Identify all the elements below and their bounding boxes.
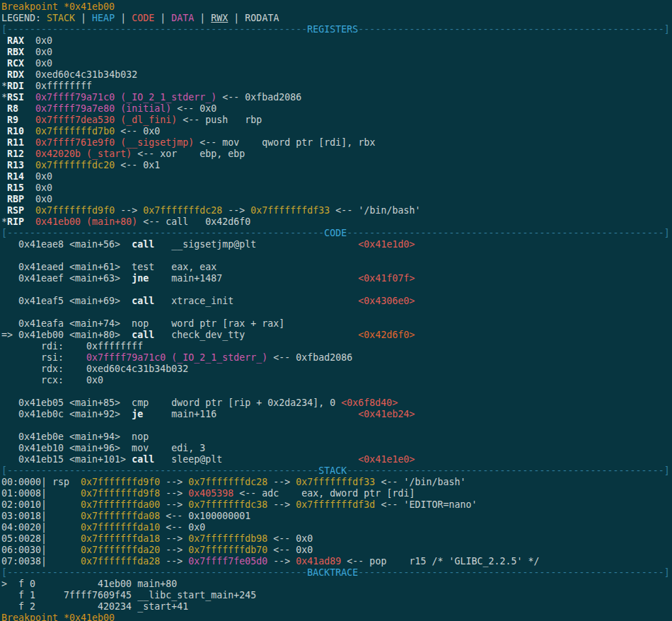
text-segment: 0x0: [24, 58, 52, 69]
text-segment: main+116: [143, 409, 358, 419]
text-segment: [1, 137, 7, 148]
text-segment: REGISTERS: [307, 24, 358, 35]
text-segment: <-- 0x0: [160, 522, 205, 533]
text-segment: RODATA: [245, 13, 279, 23]
section-divider-stack: [---------------------------------------…: [1, 465, 672, 477]
text-segment: je: [132, 409, 143, 419]
text-segment: 0x7fffffffda18: [81, 533, 160, 544]
text-segment: sleep@plt: [154, 454, 358, 465]
text-segment: RSP: [7, 205, 24, 216]
text-segment: [24, 216, 35, 227]
text-segment: -->: [160, 477, 188, 487]
text-segment: RSI: [7, 92, 24, 103]
stack-row-05: 05:0028| 0x7fffffffda18 --> 0x7fffffffdb…: [1, 533, 672, 545]
text-segment: -->: [267, 499, 296, 510]
text-segment: [1, 58, 7, 69]
text-segment: |: [115, 13, 132, 23]
text-segment: 0x41eae8 <main+56>: [1, 239, 132, 250]
register-row-r13: R13 0x7fffffffdc20 <-- 0x1: [1, 160, 672, 171]
text-segment: <0x41eb24>: [358, 409, 415, 419]
text-segment: CODE: [132, 13, 154, 23]
text-segment: main+1487: [149, 273, 358, 284]
text-segment: <0x41f07f>: [358, 273, 415, 284]
breakpoint-status-line: Breakpoint *0x41eb00: [1, 1, 672, 13]
text-segment: rsi:: [1, 352, 86, 363]
register-row-r8: R8 0x7ffff79a7e80 (initial) <-- 0x0: [1, 103, 672, 115]
stack-row-07: 07:0038| 0x7fffffffda28 --> 0x7ffff7fe05…: [1, 556, 672, 567]
text-segment: 0x7fffffffdf3d: [296, 499, 375, 510]
text-segment: DATA: [171, 13, 194, 23]
section-divider-code: [---------------------------------------…: [1, 228, 672, 239]
register-row-rcx: RCX 0x0: [1, 58, 672, 69]
text-segment: HEAP: [92, 13, 115, 23]
text-segment: RBX: [7, 47, 24, 57]
text-segment: <-- 0x0: [115, 126, 160, 137]
text-segment: f 2 420234 _start+41: [1, 601, 188, 612]
register-row-rbp: RBP 0x0: [1, 194, 672, 205]
text-segment: <0x42d6f0>: [358, 330, 415, 340]
gdb-pwndbg-terminal[interactable]: Breakpoint *0x41eb00LEGEND: STACK | HEAP…: [0, 0, 672, 621]
text-segment: 07:0038|: [1, 556, 81, 567]
text-segment: <-- pop r15 /* 'GLIBC_2.2.5' */: [341, 556, 539, 567]
text-segment: 0x7fffffffda08: [81, 511, 160, 521]
text-segment: 0x7fffffffdc28: [188, 477, 267, 487]
text-segment: -->: [160, 488, 188, 499]
section-divider-registers: [---------------------------------------…: [1, 24, 672, 35]
text-segment: <0x6f8d40>: [341, 397, 398, 408]
text-segment: <-- 0x0: [267, 545, 313, 555]
call-arg-row-rdi: rdi: 0xffffffff: [1, 341, 672, 352]
text-segment: 0xed60c4c31b34b032: [24, 69, 137, 80]
text-segment: <-- mov qword ptr [rdi], rbx: [194, 137, 375, 148]
text-segment: 02:0010|: [1, 499, 81, 510]
text-segment: <-- adc eax, dword ptr [rdi]: [233, 488, 415, 499]
text-segment: 0x7fffffffda10: [81, 522, 160, 533]
text-segment: 0x0: [24, 171, 52, 182]
text-segment: [1, 160, 7, 170]
text-segment: 0x7fffffffdf33: [250, 205, 330, 216]
disasm-row-main-101: 0x41eb15 <main+101> call sleep@plt <0x41…: [1, 454, 672, 465]
text-segment: 0x42020b (_start): [35, 149, 132, 159]
text-segment: call: [132, 454, 154, 465]
text-segment: 0x41eb0c <main+92>: [1, 409, 132, 419]
text-segment: R13: [7, 160, 24, 170]
text-segment: 0x41eb10 <main+96> mov edi, 3: [1, 443, 205, 453]
text-segment: STACK: [47, 13, 75, 23]
text-segment: |: [154, 13, 171, 23]
text-segment: <-- 0x100000001: [160, 511, 250, 521]
text-segment: 00:0000| rsp: [1, 477, 81, 487]
call-arg-row-rcx: rcx: 0x0: [1, 375, 672, 386]
text-segment: -->: [267, 477, 296, 487]
register-row-r11: R11 0x7ffff761e9f0 (__sigsetjmp) <-- mov…: [1, 137, 672, 149]
text-segment: R9: [7, 115, 18, 125]
text-segment: [1, 69, 7, 80]
text-segment: <-- push rbp: [177, 115, 262, 125]
text-segment: -->: [160, 533, 188, 544]
text-segment: 0x7ffff79a71c0 (_IO_2_1_stderr_): [35, 92, 216, 103]
text-segment: [1, 103, 7, 114]
text-segment: RIP: [7, 216, 24, 227]
blank-line: [1, 307, 672, 318]
text-segment: <0x41e1e0>: [358, 454, 415, 465]
text-segment: 0x7fffffffd9f8: [81, 488, 160, 499]
text-segment: 0x41ad89: [296, 556, 341, 567]
text-segment: 0x0: [24, 35, 52, 46]
text-segment: call: [132, 296, 154, 306]
disasm-row-main-92: 0x41eb0c <main+92> je main+116 <0x41eb24…: [1, 409, 672, 420]
text-segment: 0x7fffffffdf33: [296, 477, 375, 487]
text-segment: RAX: [7, 35, 24, 46]
call-arg-row-rdx: rdx: 0xed60c4c31b34b032: [1, 364, 672, 375]
blank-line: [1, 250, 672, 262]
text-segment: ----------------------------------------…: [347, 228, 669, 238]
text-segment: call: [132, 330, 154, 340]
text-segment: 0x41eaed <main+61> test eax, eax: [1, 262, 216, 272]
text-segment: 0x405398: [188, 488, 233, 499]
text-segment: 0x41eb15 <main+101>: [1, 454, 132, 465]
text-segment: rdx: 0xed60c4c31b34b032: [1, 364, 188, 374]
text-segment: ----------------------------------------…: [358, 567, 669, 578]
disasm-row-main-94: 0x41eb0e <main+94> nop: [1, 431, 672, 443]
text-segment: 0x41eb00 (main+80): [35, 216, 137, 227]
text-segment: [1, 35, 7, 46]
register-row-rdx: RDX 0xed60c4c31b34b032: [1, 69, 672, 81]
text-segment: 0x7fffffffdb98: [188, 533, 267, 544]
register-row-r10: R10 0x7fffffffd7b0 <-- 0x0: [1, 126, 672, 137]
